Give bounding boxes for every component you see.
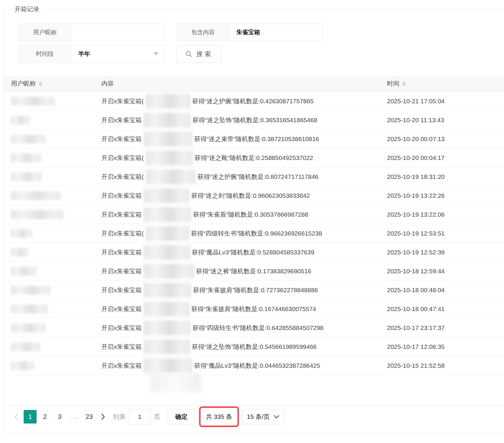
redacted-content xyxy=(144,188,190,203)
table-row: 开启x朱雀宝箱 获得“迷之坠饰”随机数是:0.365316541865468 2… xyxy=(3,111,504,130)
content-prefix: 开启x朱雀宝箱 xyxy=(101,116,142,124)
page-size-label: 15 条/页 xyxy=(247,413,270,421)
nickname-cell xyxy=(3,210,101,219)
content-suffix: 获得“朱雀披肩”随机数是:0.167446630075574 xyxy=(191,305,316,313)
time-cell: 2025-10-15 21:52:58 xyxy=(387,362,504,369)
redacted-content xyxy=(144,321,191,335)
content-cell: 开启x朱雀宝箱 获得“迷之坠饰”随机数是:0.365316541865468 xyxy=(101,113,387,127)
sort-time-icon[interactable] xyxy=(402,81,406,86)
header-nickname: 用户昵称 xyxy=(11,79,36,88)
period-select[interactable]: 半年 xyxy=(71,45,165,63)
redacted-content xyxy=(144,339,190,354)
redacted-nickname xyxy=(11,361,34,370)
table-row: 开启x朱雀宝箱 获得“迷之坠饰”随机数是:0.545661989599466 2… xyxy=(3,337,504,356)
content-suffix: 获得“朱雀披肩”随机数是:0.727362278848886 xyxy=(193,286,318,294)
content-cell: 开启x朱雀宝箱 获得“迷之裤”随机数是:0.17383829690516 xyxy=(101,264,387,279)
record-time: 2025-10-20 11:13:43 xyxy=(387,117,444,124)
search-button[interactable]: 搜索 xyxy=(177,45,222,63)
content-cell: 开启x朱雀宝箱 获得“四级转生书”随机数是:0.642855884507298 xyxy=(101,321,387,335)
next-page-button[interactable] xyxy=(97,410,110,424)
content-cell: 开启x朱雀宝箱 获得“迷之坠饰”随机数是:0.545661989599466 xyxy=(101,339,387,354)
record-time: 2025-10-19 13:22:06 xyxy=(387,211,445,218)
table-row: 开启x朱雀宝箱 获得“四级转生书”随机数是:0.642855884507298 … xyxy=(3,318,504,337)
record-time: 2025-10-20 00:04:17 xyxy=(387,154,445,161)
time-cell: 2025-10-18 00:48:04 xyxy=(387,287,504,294)
content-cell: 开启x朱雀宝箱 获得“朱雀盾”随机数是:0.30537866987288 xyxy=(101,207,387,222)
record-time: 2025-10-19 12:53:51 xyxy=(387,230,445,237)
nickname-label: 用户昵称 xyxy=(19,24,71,41)
redacted-nickname xyxy=(11,135,46,143)
redacted-content xyxy=(144,283,191,297)
time-cell: 2025-10-18 00:47:41 xyxy=(387,305,504,313)
content-suffix: 获得“迷之坠饰”随机数是:0.365316541865468 xyxy=(193,116,318,124)
period-select-value: 半年 xyxy=(78,50,153,58)
pagination-bar: 123...23 到第 页 确定 共 335 条 15 条/页 xyxy=(3,406,504,428)
page-button[interactable]: 3 xyxy=(53,410,66,424)
time-cell: 2025-10-17 23:17:37 xyxy=(387,324,504,331)
redacted-nickname xyxy=(11,229,32,238)
content-prefix: 开启x朱雀宝箱( xyxy=(101,154,144,162)
time-cell: 2025-10-20 00:04:17 xyxy=(387,154,504,161)
redacted-nickname xyxy=(11,172,42,181)
table-row: 开启x朱雀宝箱 获得“迷之裤”随机数是:0.17383829690516 202… xyxy=(3,262,504,281)
goto-suffix-label: 页 xyxy=(154,413,160,421)
nickname-input[interactable] xyxy=(78,29,159,36)
page-button[interactable]: 2 xyxy=(38,410,51,424)
total-count-label: 共 335 条 xyxy=(206,413,232,420)
confirm-button[interactable]: 确定 xyxy=(168,409,195,424)
header-content: 内容 xyxy=(101,79,114,88)
time-cell: 2025-10-20 00:07:13 xyxy=(387,135,504,143)
page-buttons: 123...23 xyxy=(23,410,97,424)
sort-nickname-icon[interactable] xyxy=(39,81,42,86)
nickname-cell xyxy=(3,286,101,295)
select-caret-down-icon xyxy=(153,52,159,55)
redacted-nickname xyxy=(11,153,41,162)
content-prefix: 开启x朱雀宝箱( xyxy=(101,173,144,181)
record-time: 2025-10-17 12:06:35 xyxy=(387,343,445,350)
table-row: 开启x朱雀宝箱 获得“迷之剑”随机数是:0.960623053833842 20… xyxy=(3,186,504,205)
redacted-nickname xyxy=(11,286,51,295)
content-suffix: 获得“魔晶Lv3”随机数是:0.528804585337639 xyxy=(192,248,314,256)
redacted-content xyxy=(144,245,190,260)
content-prefix: 开启x朱雀宝箱( xyxy=(101,229,144,238)
nickname-cell xyxy=(3,342,101,351)
redacted-content xyxy=(146,94,191,109)
content-prefix: 开启x朱雀宝箱 xyxy=(101,305,142,313)
content-cell: 开启x朱雀宝箱( 获得“迷之护腕”随机数是:0.80724717117846 xyxy=(101,169,387,184)
table-header: 用户昵称 内容 时间 xyxy=(3,76,504,92)
table-row: 开启x朱雀宝箱( 获得“迷之靴”随机数是:0.258850492537022 2… xyxy=(3,148,504,167)
nickname-cell xyxy=(3,135,101,143)
record-time: 2025-10-17 23:17:37 xyxy=(387,324,445,331)
content-input[interactable] xyxy=(236,29,317,36)
period-field-group: 时间段 半年 xyxy=(19,45,165,63)
redacted-content xyxy=(144,264,194,279)
table-row: 开启x朱雀宝箱 获得“朱雀披肩”随机数是:0.727362278848886 2… xyxy=(3,281,504,300)
content-cell: 开启x朱雀宝箱 获得“朱雀披肩”随机数是:0.727362278848886 xyxy=(101,283,387,297)
content-cell: 开启x朱雀宝箱 获得“朱雀披肩”随机数是:0.167446630075574 xyxy=(101,302,387,316)
goto-prefix-label: 到第 xyxy=(113,413,126,421)
nickname-cell xyxy=(3,116,101,125)
page-button[interactable]: 1 xyxy=(24,410,37,424)
redacted-nickname xyxy=(11,248,28,257)
prev-page-button[interactable] xyxy=(10,410,23,424)
page-ellipsis[interactable]: ... xyxy=(68,410,81,424)
table-row: 开启x朱雀宝箱 获得“朱雀披肩”随机数是:0.167446630075574 2… xyxy=(3,300,504,318)
content-prefix: 开启x朱雀宝箱 xyxy=(101,362,142,370)
page-button[interactable]: 23 xyxy=(83,410,96,424)
content-cell: 开启x朱雀宝箱 获得“魔晶Lv3”随机数是:0.528804585337639 xyxy=(101,245,387,260)
time-cell: 2025-10-19 18:31:20 xyxy=(387,173,504,180)
nickname-cell xyxy=(3,153,101,162)
content-prefix: 开启x朱雀宝箱 xyxy=(101,324,142,332)
nickname-cell xyxy=(3,248,101,257)
search-icon xyxy=(185,50,192,58)
redacted-content xyxy=(144,132,193,146)
content-prefix: 开启x朱雀宝箱 xyxy=(101,248,142,256)
content-suffix: 获得“四级转生书”随机数是:0.642855884507298 xyxy=(193,324,324,332)
nickname-cell xyxy=(3,361,101,370)
time-cell: 2025-10-19 13:22:06 xyxy=(387,211,504,218)
period-label: 时间段 xyxy=(19,45,71,63)
goto-page-input[interactable] xyxy=(129,409,150,424)
page-size-select[interactable]: 15 条/页 xyxy=(243,409,284,424)
time-cell: 2025-10-19 12:53:51 xyxy=(387,230,504,237)
redacted-nickname xyxy=(11,342,40,351)
